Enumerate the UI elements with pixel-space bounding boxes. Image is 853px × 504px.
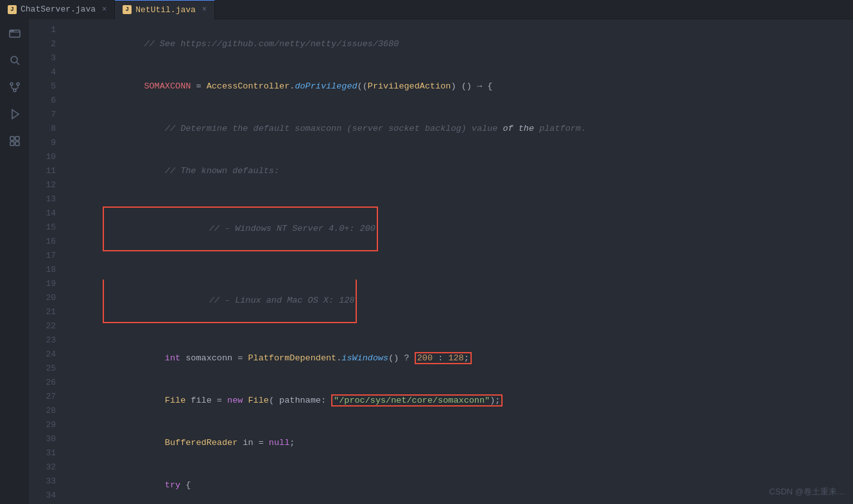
folder-icon[interactable]	[7, 26, 22, 41]
sidebar	[0, 19, 29, 504]
close-icon-chatserver[interactable]: ×	[102, 5, 107, 14]
code-line-4: // The known defaults:	[71, 150, 853, 192]
tab-label-netutil: NetUtil.java	[135, 5, 196, 15]
code-line-1: // See https://github.com/netty/netty/is…	[71, 23, 853, 65]
svg-point-5	[13, 89, 16, 92]
svg-rect-8	[15, 137, 19, 140]
line-numbers: 1 2 3 4 5 6 7 8 9 10 11 12 13 14 15 16 1…	[29, 19, 61, 504]
tab-label-chatserver: ChatServer.java	[21, 4, 96, 14]
search-icon[interactable]	[7, 53, 22, 68]
svg-line-2	[17, 62, 19, 65]
debug-icon[interactable]	[7, 106, 22, 122]
tab-icon-chatserver: J	[8, 5, 17, 14]
svg-marker-6	[12, 110, 19, 119]
watermark: CSDN @卷土重来…	[769, 486, 845, 498]
svg-point-1	[11, 56, 17, 63]
code-area: 1 2 3 4 5 6 7 8 9 10 11 12 13 14 15 16 1…	[29, 19, 853, 504]
svg-point-4	[17, 83, 19, 85]
close-icon-netutil[interactable]: ×	[202, 5, 207, 14]
svg-rect-9	[10, 142, 14, 146]
svg-rect-7	[10, 137, 14, 140]
tab-chatserver[interactable]: J ChatServer.java ×	[0, 0, 115, 19]
code-line-10: try {	[71, 464, 853, 504]
svg-rect-10	[15, 142, 19, 146]
extensions-icon[interactable]	[7, 133, 22, 149]
tab-icon-netutil: J	[123, 5, 132, 14]
code-line-5: // - Windows NT Server 4.0+: 200	[71, 192, 853, 265]
svg-point-3	[10, 83, 13, 85]
code-content: // See https://github.com/netty/netty/is…	[61, 19, 853, 504]
code-line-7: int somaxconn = PlatformDependent.isWind…	[71, 337, 853, 380]
tab-bar: J ChatServer.java × J NetUtil.java ×	[0, 0, 853, 19]
code-line-2: SOMAXCONN = AccessController.doPrivilege…	[71, 65, 853, 108]
tab-netutil[interactable]: J NetUtil.java ×	[115, 0, 215, 19]
git-icon[interactable]	[7, 80, 22, 95]
code-line-6: // - Linux and Mac OS X: 128	[71, 265, 853, 337]
code-line-8: File file = new File( pathname: "/proc/s…	[71, 380, 853, 422]
code-line-3: // Determine the default somaxconn (serv…	[71, 108, 853, 150]
code-line-9: BufferedReader in = null;	[71, 422, 853, 464]
